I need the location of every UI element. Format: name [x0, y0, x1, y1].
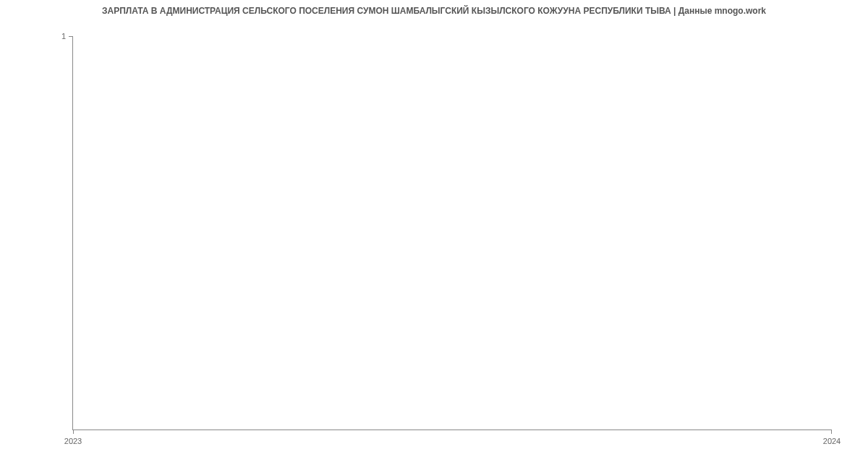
- chart-title: ЗАРПЛАТА В АДМИНИСТРАЦИЯ СЕЛЬСКОГО ПОСЕЛ…: [102, 6, 766, 16]
- x-tick-label: 2023: [64, 437, 82, 445]
- chart-container: ЗАРПЛАТА В АДМИНИСТРАЦИЯ СЕЛЬСКОГО ПОСЕЛ…: [0, 0, 868, 470]
- y-tick: [69, 36, 73, 37]
- x-tick-label: 2024: [823, 437, 841, 445]
- plot-area: 1 2023 2024: [72, 36, 832, 430]
- x-tick: [73, 430, 74, 434]
- x-tick: [831, 430, 832, 434]
- y-tick-label: 1: [61, 32, 66, 40]
